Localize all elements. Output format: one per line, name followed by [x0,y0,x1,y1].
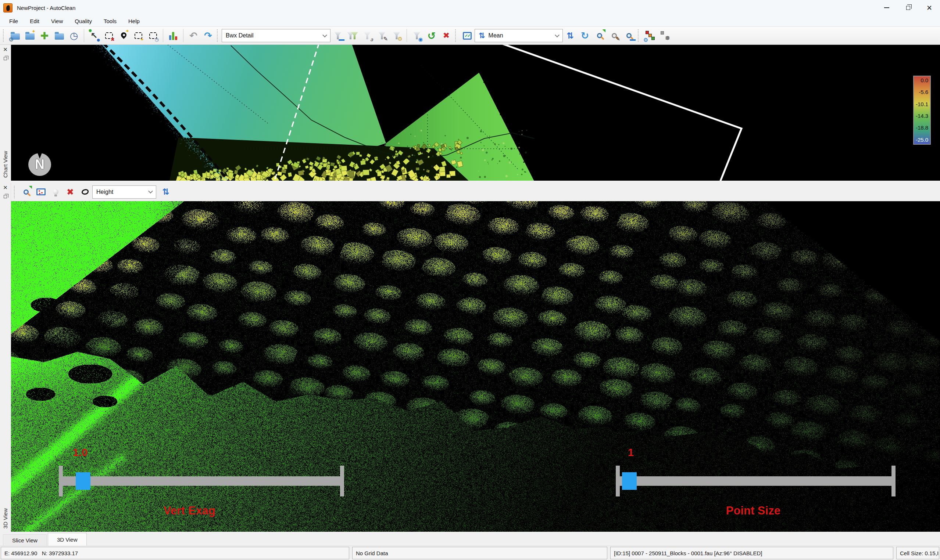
redo-icon[interactable]: ↷ [201,28,215,43]
view-tab-bar: Slice View 3D View [0,532,940,546]
detail-level-value: Bwx Detail [226,32,254,39]
app-window: NewProject - AutoClean ✕ File Edit View … [0,0,940,560]
color-mode-value: Height [96,189,113,195]
filter-compare-icon[interactable] [345,28,360,43]
menu-view[interactable]: View [46,17,68,25]
filter-filmstrip-icon[interactable]: ▬▬ [330,28,345,43]
light-icon[interactable] [48,185,63,200]
3d-close-icon[interactable]: ✕ [3,185,8,191]
toolbar-grip-2 [217,29,219,42]
filter-preview-icon[interactable]: ◉ [409,28,424,43]
filter-edit-icon[interactable]: ✎ [375,28,389,43]
north-compass: N [28,153,51,176]
menu-file[interactable]: File [5,17,23,25]
chart-close-icon[interactable]: ✕ [3,47,8,52]
filter-outline-icon[interactable]: a [360,28,375,43]
status-file-info: [ID:15] 0007 - 250911_Blocks - 0001.fau … [610,547,893,559]
legend-value: -10.1 [916,101,928,108]
tile-settings-icon[interactable]: ⚙ [643,28,657,43]
close-button[interactable]: ✕ [919,0,940,15]
menu-bar: File Edit View Quality Tools Help [0,15,940,26]
points-display-icon[interactable] [34,185,48,200]
swap-vertical-icon[interactable]: ⇅ [563,28,577,43]
toolbar-grip-3 [455,29,458,42]
app-icon [3,3,12,12]
toolbar-grip-4 [638,29,641,42]
delete-selection-icon[interactable]: ✖ [102,28,116,43]
legend-value: -18.8 [916,124,928,131]
chart-viewport[interactable]: N 0.0 -5.6 -10.1 -14.3 -18.8 -25.0 [11,45,940,181]
chevron-down-icon [323,33,327,37]
surface-method-combo[interactable]: ⇅ Mean [475,29,563,42]
restore-button[interactable] [897,0,919,15]
chart-strip-label: Chart View [2,151,8,178]
tab-slice-view[interactable]: Slice View [3,534,47,546]
refresh-icon[interactable]: ↻ [577,28,592,43]
revert-icon[interactable]: ↺ [424,28,439,43]
measure-icon[interactable]: ✎ [607,28,622,43]
surface-method-value: Mean [489,32,503,39]
menu-quality[interactable]: Quality [70,17,97,25]
legend-value: -14.3 [916,112,928,120]
undo-icon[interactable]: ↶ [186,28,201,43]
minimize-button[interactable] [876,0,897,15]
3d-view-strip: ✕ 3D View [0,183,11,532]
3d-viewport[interactable]: 1.0 Vert Exag 1 Point Size [11,201,940,532]
chart-view-strip: ✕ Chart View [0,45,11,181]
merge-icon: ⇅ [478,32,485,40]
chart-view-pane: ✕ Chart View N 0.0 -5.6 -10.1 -14.3 -18.… [0,45,940,181]
filter-settings-icon[interactable]: ⚙ [389,28,404,43]
swap-vertical-icon[interactable]: ⇅ [159,185,173,200]
chevron-down-icon [148,189,153,194]
detail-level-combo[interactable]: Bwx Detail [222,29,330,42]
window-title: NewProject - AutoClean [17,5,76,11]
title-bar: NewProject - AutoClean ✕ [0,0,940,15]
status-coordinates: E: 456912.90 N: 3972933.17 [1,547,349,559]
history-clock-icon[interactable]: ◷ [66,28,81,43]
status-grid: No Grid Data [352,547,607,559]
validation-panel-icon[interactable]: ✓✓ [460,28,475,43]
legend-value: -5.6 [916,89,928,96]
zoom-filmstrip-icon[interactable]: ▬▬ [622,28,636,43]
node-view-icon[interactable]: ◉ [657,28,672,43]
toolbar-grip [3,29,6,42]
status-bar: E: 456912.90 N: 3972933.17 No Grid Data … [0,546,940,560]
main-toolbar: ⚙ ✦ ✚ ◷ ↖●● ✖ ✦ ✦ ◷ ↶ ↷ Bwx Detail ▬▬ a … [0,26,940,45]
legend-value: 0.0 [916,77,928,84]
chart-canvas[interactable] [11,45,940,181]
3d-float-icon[interactable] [4,195,7,198]
lasso-icon[interactable] [77,185,92,200]
chevron-down-icon [555,33,560,37]
3d-view-pane: ✕ 3D View ◥ ✖ Height ⇅ [0,183,940,532]
3d-canvas[interactable] [11,201,940,532]
new-selection-icon[interactable]: ✦ [131,28,145,43]
chart-float-icon[interactable] [4,57,7,60]
open-folder-icon[interactable] [52,28,66,43]
zoom-extent-icon[interactable]: ◥ [592,28,607,43]
3d-strip-label: 3D View [2,508,8,529]
tab-3d-view[interactable]: 3D View [48,533,87,546]
legend-value: -25.0 [916,136,928,143]
status-cell-size: Cell Size: 0.15,I [896,547,939,559]
add-marker-icon[interactable]: ✦ [116,28,131,43]
menu-edit[interactable]: Edit [25,17,44,25]
3d-toolbar-grip [14,186,17,198]
new-project-icon[interactable]: ✦ [22,28,37,43]
histogram-icon[interactable] [166,28,181,43]
delete-icon[interactable]: ✖ [63,185,77,200]
delete-icon[interactable]: ✖ [439,28,454,43]
depth-legend: 0.0 -5.6 -10.1 -14.3 -18.8 -25.0 [913,75,931,145]
pick-tool-icon[interactable]: ↖●● [87,28,102,43]
selection-history-icon[interactable]: ◷ [145,28,160,43]
add-data-icon[interactable]: ✚ [37,28,52,43]
3d-toolbar: ◥ ✖ Height ⇅ [11,183,940,201]
menu-help[interactable]: Help [123,17,145,25]
color-mode-combo[interactable]: Height [92,185,156,198]
menu-tools[interactable]: Tools [99,17,121,25]
zoom-extent-icon[interactable]: ◥ [19,185,34,200]
project-settings-icon[interactable]: ⚙ [8,28,22,43]
